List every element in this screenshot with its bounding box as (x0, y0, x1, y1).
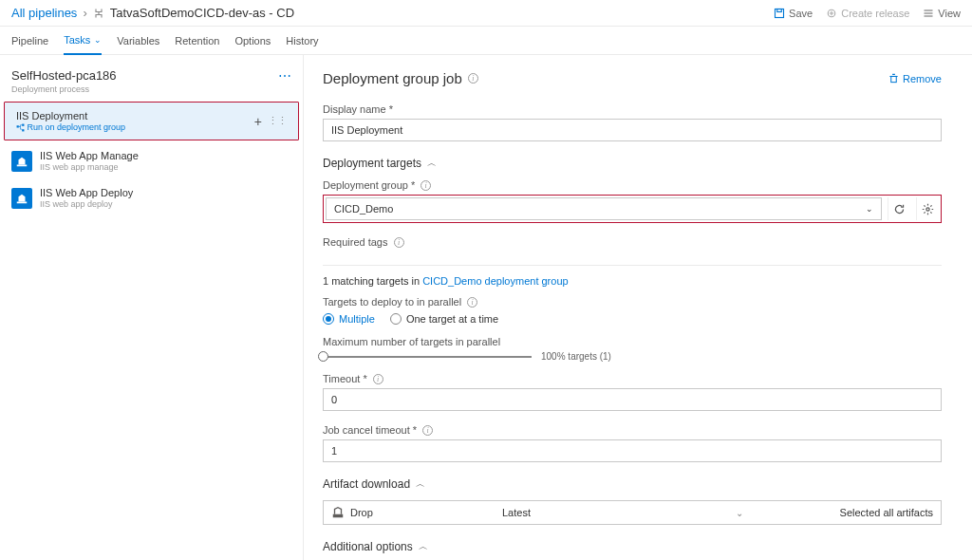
additional-options-section[interactable]: Additional options︿ (323, 540, 942, 553)
create-release-button[interactable]: Create release (826, 8, 909, 19)
max-parallel-label: Maximum number of targets in parallel (323, 336, 942, 347)
job-title: IIS Deployment (16, 110, 125, 121)
artifact-icon (331, 506, 345, 519)
stage-more-icon[interactable]: ⋯ (278, 68, 291, 94)
task-title: IIS Web App Manage (40, 150, 139, 161)
svg-rect-1 (777, 9, 782, 11)
svg-rect-0 (776, 9, 784, 17)
matching-targets-text: 1 matching targets in CICD_Demo deployme… (323, 275, 942, 287)
task-deploy[interactable]: IIS Web App Deploy IIS web app deploy (0, 179, 303, 216)
artifact-selection: Selected all artifacts (787, 507, 933, 518)
main-layout: SelfHosted-pca186 Deployment process ⋯ I… (0, 55, 972, 560)
refresh-button[interactable] (888, 197, 910, 220)
job-iis-deployment[interactable]: IIS Deployment Run on deployment group +… (4, 102, 299, 140)
breadcrumb: All pipelines › TatvaSoftDemoCICD-dev-as… (11, 6, 294, 20)
stage-subtitle: Deployment process (11, 84, 117, 94)
page-title: Deployment group job i (323, 70, 478, 86)
task-subtitle: IIS web app manage (40, 162, 139, 172)
svg-rect-8 (891, 76, 897, 82)
task-manage[interactable]: IIS Web App Manage IIS web app manage (0, 142, 303, 179)
max-parallel-slider-row: 100% targets (1) (323, 351, 942, 362)
timeout-label: Timeout * i (323, 373, 942, 384)
display-name-field: Display name * (323, 103, 942, 141)
job-cancel-field: Job cancel timeout * i (323, 424, 942, 462)
top-header: All pipelines › TatvaSoftDemoCICD-dev-as… (0, 0, 972, 27)
tasks-sidebar: SelfHosted-pca186 Deployment process ⋯ I… (0, 55, 304, 560)
job-cancel-label: Job cancel timeout * i (323, 424, 942, 436)
drag-handle-icon[interactable]: ⋮⋮ (268, 115, 287, 127)
info-icon[interactable]: i (421, 180, 431, 191)
view-button[interactable]: View (923, 8, 961, 19)
tab-history[interactable]: History (286, 27, 318, 54)
artifact-name: Drop (350, 507, 373, 518)
chevron-down-icon[interactable]: ⌄ (736, 508, 743, 518)
tab-options[interactable]: Options (234, 27, 271, 54)
breadcrumb-current: TatvaSoftDemoCICD-dev-as - CD (110, 6, 294, 20)
radio-multiple[interactable]: Multiple (323, 313, 375, 325)
artifact-version: Latest (502, 507, 692, 518)
breadcrumb-separator: › (83, 6, 86, 20)
tab-tasks[interactable]: Tasks ⌄ (64, 27, 102, 55)
radio-unchecked-icon (390, 313, 402, 325)
iis-icon (11, 188, 32, 209)
svg-rect-5 (22, 129, 24, 131)
info-icon[interactable]: i (422, 425, 433, 436)
job-subtitle: Run on deployment group (16, 122, 125, 132)
svg-rect-3 (17, 125, 19, 127)
stage-title: SelfHosted-pca186 (11, 68, 117, 83)
deployment-group-select[interactable]: CICD_Demo ⌄ (326, 197, 882, 220)
task-subtitle: IIS web app deploy (40, 199, 133, 209)
slider-value-label: 100% targets (1) (541, 351, 611, 362)
svg-rect-7 (17, 201, 28, 203)
artifact-table: Drop Latest ⌄ Selected all artifacts (323, 500, 942, 525)
deployment-group-link[interactable]: CICD_Demo deployment group (422, 275, 568, 287)
deployment-group-label: Deployment group * i (323, 179, 942, 191)
chevron-up-icon: ︿ (419, 540, 428, 553)
task-title: IIS Web App Deploy (40, 187, 133, 198)
tab-retention[interactable]: Retention (175, 27, 219, 54)
save-button[interactable]: Save (774, 8, 813, 19)
info-icon[interactable]: i (467, 297, 477, 308)
artifact-row[interactable]: Drop Latest ⌄ Selected all artifacts (324, 501, 941, 524)
timeout-field: Timeout * i (323, 373, 942, 411)
stage-header[interactable]: SelfHosted-pca186 Deployment process ⋯ (0, 63, 303, 100)
job-cancel-input[interactable] (323, 439, 942, 462)
content-header: Deployment group job i Remove (323, 70, 942, 86)
parallel-targets-label: Targets to deploy to in parallel i (323, 296, 942, 308)
remove-button[interactable]: Remove (888, 73, 942, 84)
radio-checked-icon (323, 313, 334, 325)
deployment-targets-section[interactable]: Deployment targets︿ (323, 157, 942, 170)
radio-one-target[interactable]: One target at a time (390, 313, 498, 325)
tab-pipeline[interactable]: Pipeline (11, 27, 48, 54)
display-name-label: Display name * (323, 103, 942, 115)
info-icon[interactable]: i (394, 237, 404, 248)
deployment-group-field: Deployment group * i CICD_Demo ⌄ (323, 179, 942, 223)
settings-button[interactable] (916, 197, 939, 220)
timeout-input[interactable] (323, 388, 942, 411)
tab-variables[interactable]: Variables (117, 27, 159, 54)
breadcrumb-root[interactable]: All pipelines (11, 6, 77, 20)
info-icon[interactable]: i (373, 374, 383, 384)
content-panel: Deployment group job i Remove Display na… (304, 55, 972, 560)
artifact-section[interactable]: Artifact download︿ (323, 477, 942, 491)
info-icon[interactable]: i (468, 73, 478, 84)
chevron-down-icon: ⌄ (866, 204, 873, 214)
chevron-up-icon: ︿ (427, 157, 437, 170)
svg-rect-6 (17, 164, 28, 166)
slider-thumb[interactable] (318, 351, 328, 362)
add-task-icon[interactable]: + (254, 114, 262, 129)
svg-rect-4 (22, 124, 24, 126)
svg-point-9 (926, 207, 929, 210)
header-actions: Save Create release View (774, 8, 961, 19)
display-name-input[interactable] (323, 119, 942, 141)
svg-rect-10 (333, 514, 344, 518)
iis-icon (11, 151, 32, 172)
required-tags-label: Required tags i (323, 236, 942, 248)
pipeline-icon (93, 8, 104, 19)
max-parallel-slider[interactable] (323, 356, 532, 358)
pipeline-tabs: Pipeline Tasks ⌄ Variables Retention Opt… (0, 27, 972, 55)
chevron-up-icon: ︿ (416, 477, 425, 491)
parallel-radio-group: Multiple One target at a time (323, 313, 942, 325)
